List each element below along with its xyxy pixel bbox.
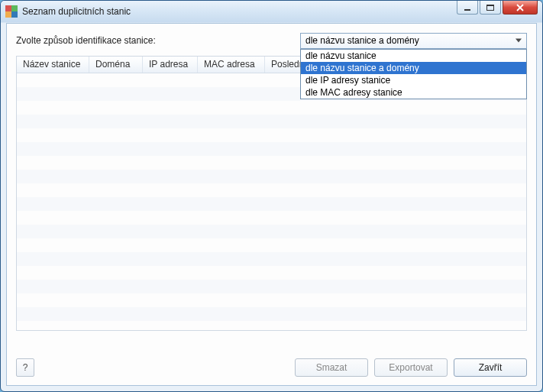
maximize-icon [486,5,494,11]
table-row[interactable] [17,197,526,211]
table-row[interactable] [17,211,526,225]
delete-button[interactable]: Smazat [295,358,368,377]
table-row[interactable] [17,225,526,238]
window-title: Seznam duplicitních stanic [22,6,131,17]
close-icon [516,4,525,11]
identification-dropdown[interactable]: dle názvu stanicedle názvu stanice a dom… [300,49,527,99]
identification-option[interactable]: dle MAC adresy stanice [301,86,526,99]
table-row[interactable] [17,128,526,142]
close-dialog-button[interactable]: Zavřít [454,358,527,377]
table-row[interactable] [17,101,526,115]
identification-prompt-label: Zvolte způsob identifikace stanice: [16,35,156,46]
svg-rect-2 [486,5,494,6]
col-mac-address[interactable]: MAC adresa [198,57,265,73]
table-row[interactable] [17,252,526,266]
svg-rect-1 [487,5,494,10]
minimize-button[interactable] [457,1,478,15]
window-frame: Seznam duplicitních stanic Zvolte způsob… [0,0,543,392]
identification-combo[interactable]: dle názvu stanice a domény [300,33,527,49]
table-row[interactable] [17,307,526,321]
table-row[interactable] [17,238,526,252]
identification-combo-value: dle názvu stanice a domény [305,35,419,46]
titlebar[interactable]: Seznam duplicitních stanic [1,1,542,22]
svg-rect-0 [464,9,470,11]
close-button[interactable] [503,1,538,15]
table-row[interactable] [17,142,526,156]
export-button[interactable]: Exportovat [374,358,448,377]
table-body [17,73,526,331]
col-station-name[interactable]: Název stanice [17,57,89,73]
identification-option[interactable]: dle IP adresy stanice [301,74,526,86]
client-area: Zvolte způsob identifikace stanice: dle … [6,23,537,386]
table-row[interactable] [17,156,526,170]
table-row[interactable] [17,266,526,280]
help-button[interactable]: ? [16,358,34,377]
table-row[interactable] [17,321,526,331]
col-ip-address[interactable]: IP adresa [143,57,198,73]
col-domain[interactable]: Doména [89,57,143,73]
minimize-icon [464,5,471,11]
app-icon [5,5,18,18]
table-row[interactable] [17,280,526,293]
identification-option[interactable]: dle názvu stanice [301,50,526,62]
table-row[interactable] [17,183,526,197]
identification-option[interactable]: dle názvu stanice a domény [301,62,526,74]
table-row[interactable] [17,170,526,183]
table-row[interactable] [17,293,526,307]
table-row[interactable] [17,115,526,128]
maximize-button[interactable] [480,1,501,15]
